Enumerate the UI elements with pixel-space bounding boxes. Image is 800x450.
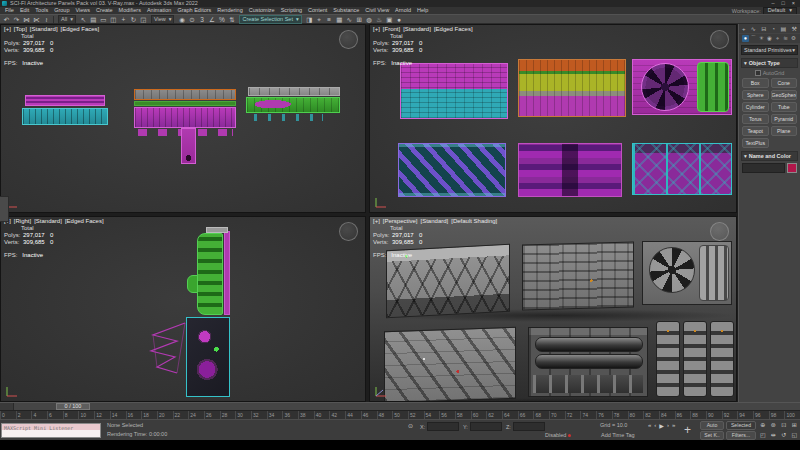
- play-icon[interactable]: ▶: [659, 422, 664, 429]
- primitives-dropdown[interactable]: Standard Primitives ▾: [741, 45, 798, 55]
- zoom-extents-icon[interactable]: ⊡: [779, 421, 789, 430]
- named-selection-set-dropdown[interactable]: Create Selection Set ▾: [239, 15, 301, 24]
- viewport-layout-tab[interactable]: [0, 196, 9, 222]
- menu-item[interactable]: Create: [93, 7, 116, 14]
- panel-object[interactable]: [134, 101, 236, 106]
- toggle-ribbon-icon[interactable]: ▦: [335, 15, 344, 24]
- unlink-selection-icon[interactable]: ⋉: [32, 15, 41, 24]
- go-to-start-icon[interactable]: «: [648, 422, 651, 429]
- geometry-category[interactable]: ●: [742, 35, 749, 42]
- z-coordinate-field[interactable]: [513, 422, 545, 431]
- pan-icon[interactable]: ⇹: [769, 431, 779, 440]
- panel-object[interactable]: [522, 242, 634, 311]
- viewport-right[interactable]: [+] [Right] [Standard] [Edged Faces] Tot…: [0, 216, 366, 402]
- time-slider[interactable]: 0 / 100: [0, 402, 800, 410]
- align-icon[interactable]: ⌖: [315, 15, 324, 24]
- render-setup-icon[interactable]: ♨: [375, 15, 384, 24]
- object-type-button[interactable]: GeoSphere: [771, 90, 798, 100]
- panel-object[interactable]: [224, 231, 230, 315]
- helpers-category[interactable]: ⌖: [774, 35, 781, 42]
- select-and-scale-icon[interactable]: ◲: [139, 15, 148, 24]
- motion-tab[interactable]: ◔: [772, 26, 776, 32]
- menu-item[interactable]: Customize: [246, 7, 278, 14]
- select-and-manipulate-icon[interactable]: ⊙: [187, 15, 196, 24]
- viewport-shading-menu[interactable]: [Default Shading]: [451, 218, 497, 224]
- panel-object[interactable]: [253, 114, 323, 121]
- schematic-view-icon[interactable]: ⊞: [355, 15, 364, 24]
- object-name-field[interactable]: [742, 163, 785, 173]
- viewport-perspective[interactable]: [+] [Perspective] [Standard] [Default Sh…: [369, 216, 737, 402]
- object-type-button[interactable]: Plane: [771, 126, 798, 136]
- x-coordinate-field[interactable]: [427, 422, 459, 431]
- maximize-viewport-toggle-icon[interactable]: ◱: [790, 431, 800, 440]
- angle-snap-icon[interactable]: ∠: [207, 15, 216, 24]
- object-type-rollout[interactable]: ▾ Object Type: [741, 58, 798, 68]
- viewport-renderer-menu[interactable]: [Standard]: [34, 218, 62, 224]
- menu-item[interactable]: Tools: [32, 7, 51, 14]
- panel-object[interactable]: [400, 63, 508, 119]
- track-bar-options-button[interactable]: [0, 403, 14, 410]
- bind-to-space-warp-icon[interactable]: ≀: [42, 15, 51, 24]
- maxscript-mini-listener[interactable]: MAXScript Mini Listener: [1, 423, 101, 438]
- viewcube[interactable]: [339, 30, 358, 49]
- next-frame-icon[interactable]: ›: [667, 422, 669, 429]
- redo-icon[interactable]: ↷: [12, 15, 21, 24]
- spinner-snap-icon[interactable]: ⇅: [227, 15, 236, 24]
- use-pivot-point-icon[interactable]: ◉: [177, 15, 186, 24]
- pipes-object[interactable]: [699, 245, 729, 301]
- panel-object[interactable]: [518, 143, 622, 197]
- panel-object[interactable]: [384, 327, 516, 402]
- rendered-frame-icon[interactable]: ▣: [385, 15, 394, 24]
- wireframe-object[interactable]: [147, 319, 189, 381]
- panel-object[interactable]: [656, 321, 734, 397]
- menu-item[interactable]: Modifiers: [116, 7, 144, 14]
- viewport-renderer-menu[interactable]: [Standard]: [403, 26, 431, 32]
- cylinder-object[interactable]: [535, 354, 643, 369]
- cylinder-object[interactable]: [535, 337, 643, 352]
- zoom-icon[interactable]: ⊕: [758, 421, 768, 430]
- snaps-toggle-icon[interactable]: 3: [197, 15, 206, 24]
- object-type-button[interactable]: Torus: [742, 114, 769, 124]
- panel-object[interactable]: [206, 227, 228, 233]
- object-type-button[interactable]: TextPlus: [742, 138, 769, 148]
- set-keys-button[interactable]: +: [684, 422, 691, 438]
- lights-category[interactable]: ☀: [758, 35, 765, 42]
- layer-manager-icon[interactable]: ≡: [325, 15, 334, 24]
- viewport-plus-menu[interactable]: [+]: [373, 26, 380, 32]
- material-editor-icon[interactable]: ◍: [365, 15, 374, 24]
- previous-frame-icon[interactable]: ‹: [654, 422, 656, 429]
- viewport-name-menu[interactable]: [Front]: [383, 26, 400, 32]
- object-type-button[interactable]: Tube: [771, 102, 798, 112]
- viewport-top[interactable]: [+] [Top] [Standard] [Edged Faces] Total…: [0, 24, 366, 213]
- caged-cylinder-object[interactable]: [710, 321, 734, 397]
- panel-object[interactable]: [134, 89, 236, 100]
- key-filters-button[interactable]: Filters...: [726, 431, 756, 440]
- viewport-name-menu[interactable]: [Perspective]: [383, 218, 418, 224]
- pipes-object[interactable]: [187, 275, 198, 293]
- add-time-tag-button[interactable]: Add Time Tag: [601, 432, 635, 438]
- auto-key-button[interactable]: Auto: [700, 421, 724, 430]
- select-by-name-icon[interactable]: ▤: [89, 15, 98, 24]
- panel-object[interactable]: [134, 107, 236, 128]
- select-object-icon[interactable]: ↖: [79, 15, 88, 24]
- menu-item[interactable]: Rendering: [214, 7, 245, 14]
- panel-object[interactable]: [246, 97, 340, 113]
- menu-item[interactable]: File: [2, 7, 17, 14]
- fan-object[interactable]: [641, 63, 689, 111]
- panel-object[interactable]: [632, 59, 732, 115]
- pipes-object[interactable]: [697, 62, 729, 112]
- selection-lock-icon[interactable]: ⊙: [408, 422, 413, 429]
- panel-object[interactable]: [528, 327, 648, 397]
- select-and-link-icon[interactable]: ⋈: [22, 15, 31, 24]
- viewcube[interactable]: [710, 222, 729, 241]
- panel-object[interactable]: [533, 375, 643, 393]
- viewport-front[interactable]: [+] [Front] [Standard] [Edged Faces] Tot…: [369, 24, 737, 213]
- object-type-button[interactable]: Pyramid: [771, 114, 798, 124]
- menu-item[interactable]: Animation: [144, 7, 174, 14]
- curve-editor-icon[interactable]: ∿: [345, 15, 354, 24]
- set-key-button[interactable]: Set K..: [700, 431, 724, 440]
- modify-tab[interactable]: ∿: [751, 25, 756, 32]
- select-and-rotate-icon[interactable]: ↻: [129, 15, 138, 24]
- object-type-button[interactable]: Cylinder: [742, 102, 769, 112]
- hierarchy-tab[interactable]: ⊟: [761, 25, 766, 32]
